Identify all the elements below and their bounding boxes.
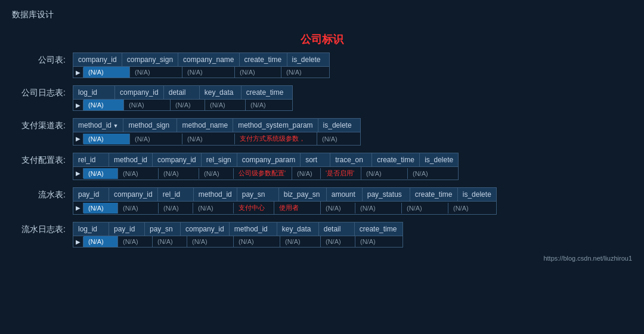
table-section-5: 流水日志表:log_idpay_idpay_sncompany_idmethod… [12, 222, 632, 248]
header-col-3-7: create_time [372, 153, 420, 166]
header-col-3-0: rel_id [73, 153, 109, 166]
header-col-1-4: create_time [242, 86, 289, 99]
header-col-3-2: company_id [153, 153, 202, 166]
header-col-5-5: key_data [277, 222, 319, 236]
header-col-5-4: method_id [230, 222, 277, 236]
header-col-0-2: company_name [178, 53, 239, 66]
row-arrow-5-0: ▶ [73, 237, 83, 247]
header-col-5-1: pay_id [109, 222, 145, 236]
cell-2-0-3: 支付方式系统级参数， [235, 132, 317, 145]
table-row-0-0: ▶(N/A)(N/A)(N/A)(N/A)(N/A) [73, 67, 329, 78]
table-header-5: log_idpay_idpay_sncompany_idmethod_idkey… [73, 222, 402, 236]
header-col-2-4: is_delete [318, 119, 360, 132]
table-row-4-0: ▶(N/A)(N/A)(N/A)(N/A)支付中心使用者(N/A)(N/A)(N… [73, 202, 496, 214]
cell-5-0-3: (N/A) [187, 236, 234, 247]
header-col-5-3: company_id [181, 222, 230, 236]
header-col-2-2: method_name [177, 119, 233, 132]
header-col-0-0: company_id [73, 53, 122, 66]
footer-url: https://blog.csdn.net/liuzhirou1 [12, 255, 632, 262]
table-label-4: 流水表: [12, 187, 66, 200]
header-col-5-7: create_time [355, 222, 402, 236]
cell-2-0-2: (N/A) [182, 134, 235, 144]
table-header-4: pay_idcompany_idrel_idmethod_idpay_snbiz… [73, 188, 496, 202]
page-title: 数据库设计 [12, 10, 632, 20]
row-arrow-4-0: ▶ [73, 203, 83, 213]
table-label-3: 支付配置表: [12, 153, 66, 166]
header-col-1-1: company_id [115, 86, 164, 99]
cell-5-0-2: (N/A) [153, 236, 187, 247]
header-col-3-6: trace_on [330, 153, 372, 166]
header-col-0-1: company_sign [122, 53, 178, 66]
header-col-4-3: method_id [194, 188, 237, 201]
cell-0-0-3: (N/A) [235, 67, 281, 78]
table-section-4: 流水表:pay_idcompany_idrel_idmethod_idpay_s… [12, 187, 632, 215]
header-col-1-0: log_id [73, 86, 115, 99]
cell-0-0-1: (N/A) [130, 67, 182, 78]
table-label-1: 公司日志表: [12, 85, 66, 98]
table-header-2: method_idmethod_signmethod_namemethod_sy… [73, 119, 360, 132]
header-col-2-1: method_sign [123, 119, 177, 132]
cell-3-0-3: (N/A) [199, 168, 234, 179]
header-col-3-4: company_param [237, 153, 301, 166]
cell-3-0-5: (N/A) [292, 168, 321, 179]
cell-1-0-0: (N/A) [83, 100, 124, 110]
cell-0-0-4: (N/A) [281, 67, 322, 78]
header-col-0-4: is_delete [287, 53, 329, 66]
header-col-3-5: sort [301, 153, 330, 166]
cell-2-0-1: (N/A) [130, 134, 182, 144]
header-col-3-3: rel_sign [202, 153, 237, 166]
table-row-2-0: ▶(N/A)(N/A)(N/A)支付方式系统级参数，(N/A) [73, 132, 360, 145]
cell-4-0-9: (N/A) [448, 203, 483, 214]
db-table-2: method_idmethod_signmethod_namemethod_sy… [73, 118, 361, 146]
cell-3-0-1: (N/A) [118, 168, 159, 179]
table-label-0: 公司表: [12, 52, 66, 66]
cell-3-0-6: '是否启用' [321, 167, 361, 180]
header-col-4-9: is_delete [458, 188, 496, 201]
table-label-5: 流水日志表: [12, 222, 66, 235]
cell-5-0-6: (N/A) [321, 236, 355, 247]
cell-0-0-2: (N/A) [182, 67, 235, 78]
row-arrow-3-0: ▶ [73, 168, 83, 178]
table-section-3: 支付配置表:rel_idmethod_idcompany_idrel_signc… [12, 153, 632, 180]
db-table-1: log_idcompany_iddetailkey_datacreate_tim… [73, 85, 293, 111]
table-section-2: 支付渠道表:method_idmethod_signmethod_namemet… [12, 118, 632, 146]
db-table-0: company_idcompany_signcompany_namecreate… [73, 52, 330, 78]
header-col-4-0: pay_id [73, 188, 109, 201]
header-col-4-4: pay_sn [237, 188, 279, 201]
cell-0-0-0: (N/A) [83, 67, 130, 78]
header-col-0-3: create_time [240, 53, 287, 66]
header-col-4-2: rel_id [158, 188, 194, 201]
cell-4-0-2: (N/A) [159, 203, 193, 214]
cell-1-0-1: (N/A) [124, 100, 171, 110]
cell-4-0-3: (N/A) [193, 203, 234, 214]
cell-2-0-0: (N/A) [83, 134, 130, 144]
db-table-3: rel_idmethod_idcompany_idrel_signcompany… [73, 153, 459, 180]
header-col-5-0: log_id [73, 222, 109, 236]
cell-2-0-4: (N/A) [317, 134, 358, 144]
header-col-1-3: key_data [200, 86, 242, 99]
cell-3-0-2: (N/A) [159, 168, 199, 179]
cell-4-0-8: (N/A) [402, 203, 448, 214]
cell-3-0-8: (N/A) [408, 168, 442, 179]
table-section-1: 公司日志表:log_idcompany_iddetailkey_datacrea… [12, 85, 632, 111]
header-col-5-6: detail [319, 222, 355, 236]
cell-3-0-4: 公司级参数配置' [234, 167, 292, 180]
cell-5-0-7: (N/A) [355, 236, 402, 247]
cell-4-0-4: 支付中心 [234, 202, 274, 214]
row-arrow-0-0: ▶ [73, 67, 83, 78]
cell-5-0-4: (N/A) [234, 236, 280, 247]
cell-5-0-0: (N/A) [83, 236, 118, 247]
table-label-2: 支付渠道表: [12, 118, 66, 131]
table-row-1-0: ▶(N/A)(N/A)(N/A)(N/A)(N/A) [73, 100, 292, 110]
cell-3-0-7: (N/A) [361, 168, 408, 179]
cell-4-0-1: (N/A) [118, 203, 159, 214]
cell-4-0-5: 使用者 [274, 202, 321, 214]
header-col-4-6: amount [327, 188, 363, 201]
table-header-3: rel_idmethod_idcompany_idrel_signcompany… [73, 153, 458, 167]
center-label: 公司标识 [12, 32, 632, 47]
db-table-5: log_idpay_idpay_sncompany_idmethod_idkey… [73, 222, 403, 248]
header-col-1-2: detail [164, 86, 200, 99]
cell-1-0-2: (N/A) [171, 100, 205, 110]
table-section-0: 公司表:company_idcompany_signcompany_namecr… [12, 52, 632, 78]
header-col-2-3: method_system_param [233, 119, 318, 132]
